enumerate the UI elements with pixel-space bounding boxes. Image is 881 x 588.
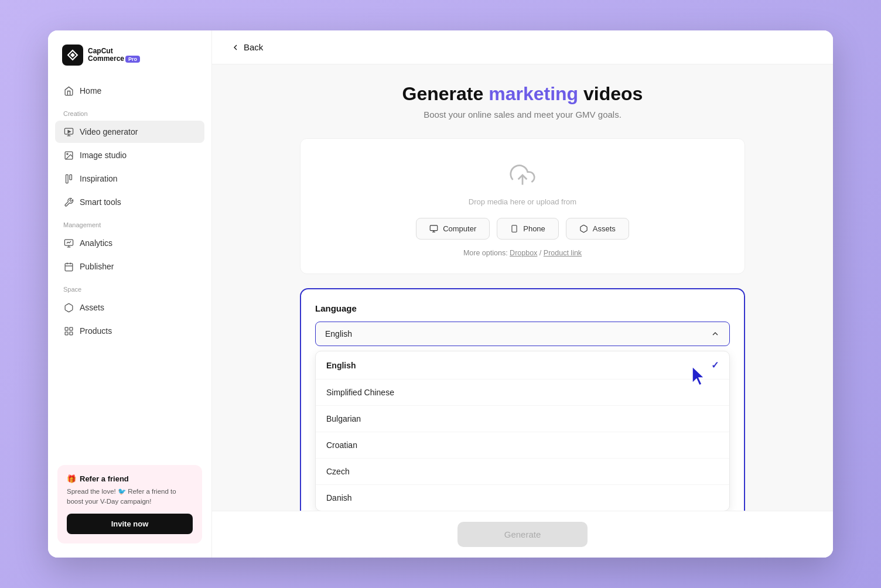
assets-icon (63, 302, 74, 313)
sidebar-item-image-studio[interactable]: Image studio (55, 144, 204, 166)
app-container: CapCutCommercePro Home Creation Video ge… (48, 30, 833, 558)
assets-upload-button[interactable]: Assets (566, 218, 629, 240)
referral-description: Spread the love! 🐦 Refer a friend to boo… (67, 487, 193, 507)
dropbox-link[interactable]: Dropbox (510, 249, 537, 257)
language-option-danish[interactable]: Danish (316, 485, 729, 511)
referral-title-text: Refer a friend (80, 474, 129, 483)
gift-emoji: 🎁 (67, 474, 76, 483)
sidebar-item-home[interactable]: Home (55, 80, 204, 102)
language-option-czech[interactable]: Czech (316, 459, 729, 485)
language-option-english[interactable]: English ✓ (316, 351, 729, 380)
main-header: Back (212, 30, 833, 64)
sidebar-footer: 🎁 Refer a friend Spread the love! 🐦 Refe… (48, 456, 211, 544)
svg-rect-22 (512, 225, 517, 233)
sidebar-item-label-products: Products (80, 326, 112, 336)
back-label: Back (244, 42, 263, 52)
home-icon (63, 86, 74, 96)
language-selected-value: English (325, 329, 352, 339)
pro-badge: Pro (125, 56, 140, 63)
sidebar-item-smart-tools[interactable]: Smart tools (55, 191, 204, 213)
language-label: Language (315, 303, 730, 313)
referral-card: 🎁 Refer a friend Spread the love! 🐦 Refe… (57, 465, 202, 544)
upload-area: Drop media here or upload from Computer … (300, 138, 745, 274)
svg-rect-10 (65, 263, 73, 271)
sidebar-item-video-generator[interactable]: Video generator (55, 121, 204, 143)
sidebar-item-label-inspiration: Inspiration (80, 174, 118, 183)
upload-hint-text: Drop media here or upload from (469, 197, 576, 206)
sidebar-item-analytics[interactable]: Analytics (55, 232, 204, 254)
chevron-up-icon (711, 329, 720, 339)
section-label-space: Space (55, 279, 204, 296)
section-label-creation: Creation (55, 103, 204, 121)
sidebar-item-label-image-studio: Image studio (80, 151, 127, 160)
back-chevron-icon (231, 43, 240, 52)
assets-btn-label: Assets (593, 224, 616, 233)
sidebar-item-label-video-gen: Video generator (80, 127, 138, 136)
language-option-bulgarian[interactable]: Bulgarian (316, 406, 729, 432)
capcut-logo-icon (62, 45, 83, 66)
video-generator-icon (63, 127, 74, 137)
svg-rect-19 (430, 225, 438, 231)
selected-checkmark: ✓ (711, 360, 719, 371)
publisher-icon (63, 261, 74, 272)
section-label-management: Management (55, 214, 204, 232)
generate-bar: Generate (212, 511, 833, 558)
computer-btn-label: Computer (443, 224, 476, 233)
language-option-croatian[interactable]: Croatian (316, 432, 729, 459)
language-options-list: English ✓ Simplified Chinese Bulgarian C… (315, 351, 730, 511)
sidebar-nav: Home Creation Video generator Image stud… (48, 80, 211, 456)
language-select-dropdown[interactable]: English (315, 322, 730, 346)
svg-rect-14 (65, 327, 68, 330)
main-content: Back Generate marketing videos Boost you… (212, 30, 833, 558)
phone-upload-button[interactable]: Phone (497, 218, 559, 240)
language-section: Language English English ✓ Simplified Ch… (300, 288, 745, 511)
svg-rect-17 (69, 331, 72, 334)
title-start: Generate (402, 83, 489, 104)
sidebar-item-label-smart-tools: Smart tools (80, 197, 121, 207)
svg-rect-8 (69, 175, 71, 180)
sidebar-item-label-home: Home (80, 86, 101, 95)
sidebar-item-publisher[interactable]: Publisher (55, 255, 204, 278)
upload-buttons: Computer Phone Assets (416, 218, 629, 240)
title-accent: marketing (489, 83, 578, 104)
sidebar-item-label-publisher: Publisher (80, 262, 114, 271)
sidebar-item-label-analytics: Analytics (80, 238, 112, 248)
more-options-label: More options: (463, 249, 508, 257)
back-button[interactable]: Back (231, 42, 263, 52)
sidebar-item-inspiration[interactable]: Inspiration (55, 167, 204, 190)
page-title-area: Generate marketing videos Boost your onl… (402, 83, 643, 119)
logo-area: CapCutCommercePro (48, 45, 211, 80)
sidebar: CapCutCommercePro Home Creation Video ge… (48, 30, 212, 558)
upload-cloud-icon (510, 162, 535, 190)
referral-title: 🎁 Refer a friend (67, 474, 193, 483)
svg-marker-2 (68, 130, 70, 132)
products-icon (63, 326, 74, 336)
product-link[interactable]: Product link (544, 249, 582, 257)
page-subtitle: Boost your online sales and meet your GM… (402, 110, 643, 119)
analytics-icon (63, 238, 74, 248)
sidebar-item-assets[interactable]: Assets (55, 296, 204, 319)
sidebar-item-products[interactable]: Products (55, 320, 204, 342)
svg-rect-7 (66, 175, 68, 183)
main-body: Generate marketing videos Boost your onl… (212, 64, 833, 511)
invite-now-button[interactable]: Invite now (67, 514, 193, 534)
options-divider: / (539, 249, 544, 257)
computer-upload-button[interactable]: Computer (416, 218, 490, 240)
phone-icon (510, 224, 518, 233)
computer-icon (429, 224, 438, 233)
smart-tools-icon (63, 197, 74, 207)
svg-point-6 (66, 153, 67, 154)
phone-btn-label: Phone (523, 224, 545, 233)
generate-button[interactable]: Generate (457, 522, 588, 547)
language-option-simplified-chinese[interactable]: Simplified Chinese (316, 380, 729, 406)
more-options: More options: Dropbox / Product link (463, 249, 582, 257)
image-studio-icon (63, 150, 74, 160)
title-end: videos (578, 83, 643, 104)
inspiration-icon (63, 173, 74, 184)
svg-rect-15 (69, 327, 72, 330)
sidebar-item-label-assets: Assets (80, 303, 104, 312)
logo-text: CapCutCommercePro (88, 47, 140, 63)
page-title: Generate marketing videos (402, 83, 643, 105)
svg-rect-16 (65, 331, 68, 334)
assets-upload-icon (579, 224, 588, 233)
